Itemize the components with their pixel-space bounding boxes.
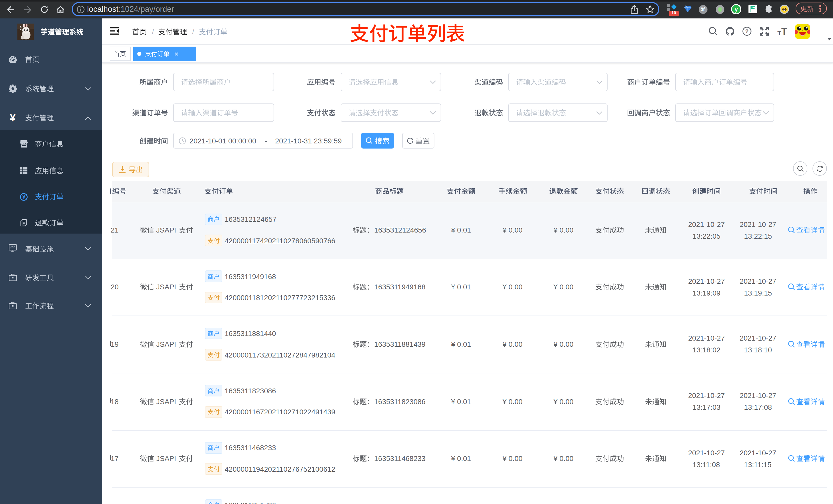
svg-text:y: y — [735, 6, 738, 13]
svg-text:⌘: ⌘ — [700, 6, 706, 12]
svg-text:¥: ¥ — [22, 194, 25, 200]
svg-text:?: ? — [745, 28, 749, 34]
